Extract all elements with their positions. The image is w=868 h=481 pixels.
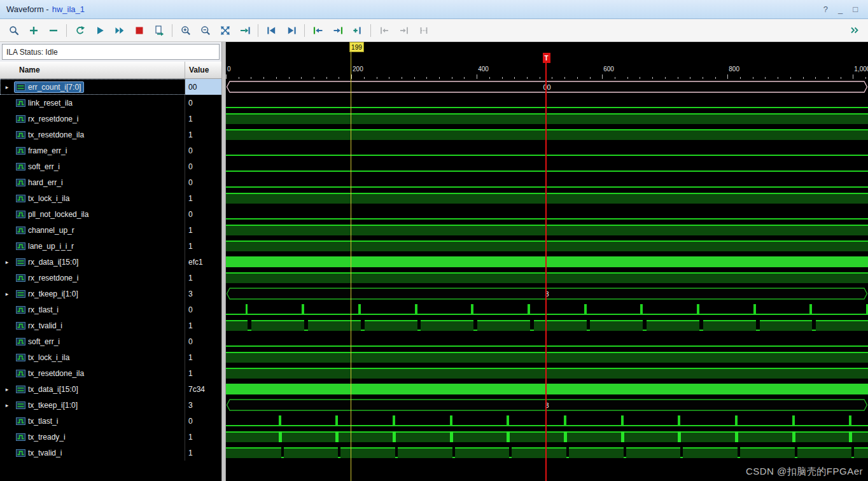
signal-name-cell[interactable]: soft_err_i (0, 333, 185, 349)
signal-name-cell[interactable]: ▸rx_tkeep_i[1:0] (0, 286, 185, 302)
signal-row[interactable]: pll_not_locked_ila0 (0, 206, 221, 222)
signal-name-cell[interactable]: lane_up_i_i_r (0, 238, 185, 254)
signal-name-cell[interactable]: link_reset_ila (0, 95, 185, 111)
waveform-row[interactable] (226, 222, 868, 238)
signal-name-cell[interactable]: tx_lock_i_ila (0, 349, 185, 365)
signal-row[interactable]: link_reset_ila0 (0, 95, 221, 111)
signal-row[interactable]: frame_err_i0 (0, 143, 221, 158)
ila-core-link[interactable]: hw_ila_1 (52, 4, 85, 14)
remove-icon[interactable] (43, 22, 63, 39)
signal-name-cell[interactable]: soft_err_i (0, 158, 185, 174)
trigger-marker-line[interactable] (545, 63, 547, 481)
expand-arrow-icon[interactable]: ▸ (0, 259, 14, 265)
signal-name-cell[interactable]: rx_resetdone_i (0, 270, 185, 286)
waveform-row[interactable] (226, 254, 868, 270)
expand-arrow-icon[interactable]: ▸ (0, 291, 14, 297)
expand-arrow-icon[interactable]: ▸ (0, 402, 14, 408)
waveform-row[interactable] (226, 95, 868, 111)
signal-name-cell[interactable]: ▸tx_data_i[15:0] (0, 381, 185, 397)
signal-row[interactable]: channel_up_r1 (0, 222, 221, 238)
stop-trigger-icon[interactable] (129, 22, 149, 39)
signal-row[interactable]: tx_resetdone_ila1 (0, 127, 221, 143)
go-to-end-icon[interactable] (281, 22, 301, 39)
signal-row[interactable]: lane_up_i_i_r1 (0, 238, 221, 254)
signal-name-cell[interactable]: channel_up_r (0, 222, 185, 238)
signal-name-cell[interactable]: rx_resetdone_i (0, 111, 185, 127)
help-icon[interactable]: ? (823, 4, 828, 14)
run-trigger-icon[interactable] (90, 22, 109, 39)
signal-name-cell[interactable]: pll_not_locked_ila (0, 206, 185, 222)
signal-name-cell[interactable]: tx_resetdone_ila (0, 365, 185, 381)
signal-name-cell[interactable]: ▸tx_tkeep_i[1:0] (0, 397, 185, 413)
waveform-row[interactable] (226, 445, 868, 461)
waveform-row[interactable] (226, 238, 868, 254)
waveform-row[interactable]: 3 (226, 397, 868, 413)
signal-name-cell[interactable]: ▸rx_data_i[15:0] (0, 254, 185, 270)
toolbar-options-icon[interactable] (844, 22, 864, 39)
signal-row[interactable]: tx_tready_i1 (0, 429, 221, 445)
signal-row[interactable]: tx_tlast_i0 (0, 413, 221, 429)
signal-row[interactable]: tx_lock_i_ila1 (0, 190, 221, 206)
waveform-row[interactable] (226, 158, 868, 174)
waveform-row[interactable]: 00 (226, 79, 868, 95)
waveform-row[interactable] (226, 270, 868, 286)
signal-name-cell[interactable]: tx_tready_i (0, 429, 185, 445)
zoom-in-icon[interactable] (176, 22, 195, 39)
zoom-fit-icon[interactable] (215, 22, 235, 39)
signal-row[interactable]: soft_err_i0 (0, 333, 221, 349)
waveform-row[interactable] (226, 429, 868, 445)
signal-name-cell[interactable]: tx_lock_i_ila (0, 190, 185, 206)
previous-transition-icon[interactable] (308, 22, 328, 39)
waveform-area[interactable]: 02004006008001,000199T 0033 CSDN @扣脑壳的FP… (226, 42, 868, 481)
signal-row[interactable]: ▸tx_tkeep_i[1:0]3 (0, 397, 221, 413)
waveform-row[interactable] (226, 111, 868, 127)
waveform-row[interactable] (226, 381, 868, 397)
next-transition-icon[interactable] (328, 22, 347, 39)
run-trigger-immediate-icon[interactable] (109, 22, 129, 39)
signal-name-cell[interactable]: hard_err_i (0, 174, 185, 190)
expand-arrow-icon[interactable]: ▸ (0, 84, 14, 90)
trigger-chip[interactable]: T (543, 53, 550, 63)
signal-row[interactable]: rx_tvalid_i1 (0, 317, 221, 333)
expand-arrow-icon[interactable]: ▸ (0, 386, 14, 393)
signal-name-cell[interactable]: tx_resetdone_ila (0, 127, 185, 143)
add-marker-icon[interactable] (347, 22, 367, 39)
signal-row[interactable]: tx_lock_i_ila1 (0, 349, 221, 365)
signal-row[interactable]: ▸err_count_i[7:0]00 (0, 79, 221, 95)
maximize-icon[interactable]: □ (853, 4, 858, 14)
go-to-trigger-icon[interactable] (235, 22, 255, 39)
signal-row[interactable]: rx_tlast_i0 (0, 302, 221, 317)
name-column-header[interactable]: Name (0, 66, 185, 74)
signal-row[interactable]: tx_tvalid_i1 (0, 445, 221, 461)
signal-row[interactable]: ▸tx_data_i[15:0]7c34 (0, 381, 221, 397)
auto-re-trigger-icon[interactable] (70, 22, 90, 39)
minimize-icon[interactable]: _ (838, 4, 843, 14)
signal-row[interactable]: hard_err_i0 (0, 174, 221, 190)
waveform-row[interactable] (226, 302, 868, 317)
export-ila-data-icon[interactable] (149, 22, 169, 39)
search-icon[interactable] (4, 22, 24, 39)
cursor-marker-line[interactable] (351, 52, 351, 481)
signal-name-cell[interactable]: rx_tvalid_i (0, 317, 185, 333)
signal-row[interactable]: rx_resetdone_i1 (0, 270, 221, 286)
signal-name-cell[interactable]: ▸err_count_i[7:0] (0, 79, 185, 95)
waveform-row[interactable] (226, 333, 868, 349)
signal-name-cell[interactable]: rx_tlast_i (0, 302, 185, 317)
waveform-row[interactable] (226, 174, 868, 190)
cursor-time-chip[interactable]: 199 (349, 42, 364, 52)
value-column-header[interactable]: Value (185, 62, 221, 78)
signal-row[interactable]: ▸rx_data_i[15:0]efc1 (0, 254, 221, 270)
waveform-row[interactable]: 3 (226, 286, 868, 302)
signal-name-cell[interactable]: frame_err_i (0, 143, 185, 158)
waveform-row[interactable] (226, 413, 868, 429)
zoom-out-icon[interactable] (195, 22, 215, 39)
timeline-ruler[interactable]: 02004006008001,000199T (226, 42, 868, 79)
waveform-row[interactable] (226, 127, 868, 143)
signal-row[interactable]: rx_resetdone_i1 (0, 111, 221, 127)
waveform-row[interactable] (226, 365, 868, 381)
signal-name-cell[interactable]: tx_tvalid_i (0, 445, 185, 461)
waveform-row[interactable] (226, 349, 868, 365)
add-icon[interactable] (24, 22, 43, 39)
signal-row[interactable]: ▸rx_tkeep_i[1:0]3 (0, 286, 221, 302)
waveform-row[interactable] (226, 190, 868, 206)
